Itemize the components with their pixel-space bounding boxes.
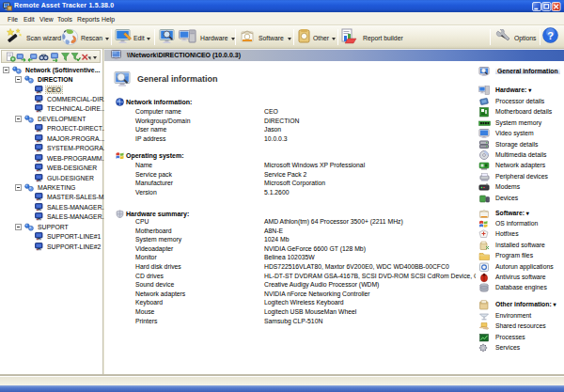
svg-text:?: ? [547, 30, 554, 41]
